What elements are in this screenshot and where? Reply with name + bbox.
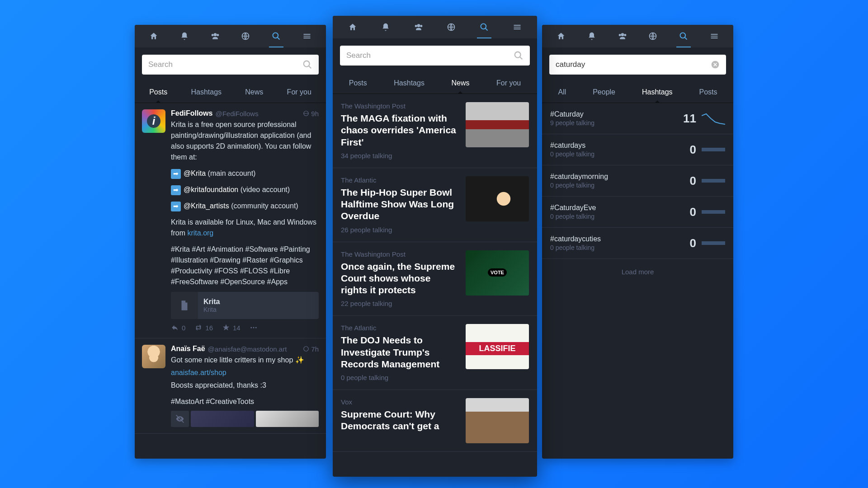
news-source: The Atlantic — [341, 176, 459, 184]
bell-icon[interactable] — [174, 25, 195, 47]
sensitive-toggle-icon[interactable] — [171, 411, 189, 427]
hashtag-count: 0 people talking — [550, 244, 690, 251]
tab-hashtags[interactable]: Hashtags — [388, 73, 430, 94]
globe-icon[interactable] — [642, 25, 664, 47]
tab-hashtags[interactable]: Hashtags — [637, 82, 678, 103]
tab-foryou[interactable]: For you — [491, 73, 526, 94]
author-name[interactable]: Anaïs Faë — [171, 345, 205, 353]
link-card[interactable]: Krita Krita — [171, 292, 319, 319]
tab-news[interactable]: News — [446, 73, 475, 94]
post-meta: 9h — [303, 110, 319, 117]
globe-icon[interactable] — [235, 25, 256, 47]
svg-point-1 — [273, 33, 278, 38]
search-icon[interactable] — [265, 25, 287, 47]
search-field[interactable] — [148, 60, 302, 69]
hashtag-item[interactable]: #caturdaycuties0 people talking 0 — [542, 228, 733, 259]
hashtag-item[interactable]: #CaturdayEve0 people talking 0 — [542, 197, 733, 228]
home-icon[interactable] — [550, 25, 572, 47]
search-field[interactable] — [346, 51, 514, 60]
news-item[interactable]: The Washington Post The MAGA fixation wi… — [333, 94, 537, 168]
news-count: 34 people talking — [341, 152, 459, 160]
post-meta: 7h — [303, 345, 319, 353]
hashtag-name: #caturdaymorning — [550, 173, 690, 181]
boost-button[interactable]: 16 — [194, 324, 213, 332]
author-name[interactable]: FediFollows — [171, 109, 212, 117]
post-text: Krita is available for Linux, Mac and Wi… — [171, 217, 319, 239]
author-handle[interactable]: @FediFollows — [215, 110, 258, 117]
sparkline-icon — [702, 237, 725, 249]
news-title: The DOJ Needs to Investigate Trump's Rec… — [341, 334, 459, 370]
avatar[interactable] — [142, 345, 165, 368]
group-icon[interactable] — [612, 25, 633, 47]
svg-point-10 — [515, 52, 521, 58]
post-hashtags[interactable]: #MastoArt #CreativeToots — [171, 396, 319, 407]
bell-icon[interactable] — [375, 16, 396, 38]
news-image — [466, 176, 529, 221]
group-icon[interactable] — [204, 25, 226, 47]
hashtag-item[interactable]: #caturdaymorning0 people talking 0 — [542, 165, 733, 197]
search-input[interactable] — [340, 46, 530, 66]
post[interactable]: Anaïs Faë @anaisfae@mastodon.art 7h Got … — [135, 338, 326, 434]
post-text: Krita is a free open source professional… — [171, 119, 319, 163]
news-source: The Washington Post — [341, 250, 459, 258]
favorite-button[interactable]: 14 — [222, 324, 241, 332]
link[interactable]: krita.org — [187, 229, 213, 237]
more-button[interactable] — [250, 324, 258, 332]
post[interactable]: FediFollows @FediFollows 9h Krita is a f… — [135, 103, 326, 338]
home-icon[interactable] — [342, 16, 363, 38]
media-thumb[interactable] — [191, 411, 254, 427]
tab-news[interactable]: News — [240, 82, 269, 103]
search-submit-icon[interactable] — [302, 60, 312, 70]
arrow-icon — [171, 169, 181, 179]
search-input[interactable] — [142, 55, 319, 75]
top-nav — [333, 16, 537, 38]
search-field[interactable] — [556, 60, 711, 69]
bell-icon[interactable] — [581, 25, 603, 47]
search-icon[interactable] — [673, 25, 694, 47]
hashtag-item[interactable]: #Caturday9 people talking 11 — [542, 103, 733, 134]
avatar[interactable] — [142, 109, 165, 133]
svg-point-12 — [680, 33, 686, 38]
tab-all[interactable]: All — [552, 82, 571, 103]
hashtag-name: #Caturday — [550, 110, 683, 118]
home-icon[interactable] — [143, 25, 165, 47]
tab-posts[interactable]: Posts — [693, 82, 722, 103]
menu-icon[interactable] — [703, 25, 725, 47]
search-tabs: Posts Hashtags News For you — [333, 73, 537, 94]
load-more-button[interactable]: Load more — [542, 259, 733, 285]
news-item[interactable]: The Atlantic The DOJ Needs to Investigat… — [333, 316, 537, 390]
hashtag-name: #CaturdayEve — [550, 204, 690, 212]
news-item[interactable]: Vox Supreme Court: Why Democrats can't g… — [333, 390, 537, 452]
author-handle[interactable]: @anaisfae@mastodon.art — [208, 345, 287, 353]
globe-icon[interactable] — [440, 16, 462, 38]
post-hashtags[interactable]: #Krita #Art #Animation #Software #Painti… — [171, 244, 319, 287]
tab-people[interactable]: People — [587, 82, 621, 103]
tab-hashtags[interactable]: Hashtags — [185, 82, 227, 103]
svg-point-7 — [304, 347, 309, 352]
hashtag-name: #caturdaycuties — [550, 235, 690, 243]
hashtag-count: 0 people talking — [550, 213, 690, 220]
news-item[interactable]: The Atlantic The Hip-Hop Super Bowl Half… — [333, 168, 537, 242]
svg-point-9 — [481, 24, 486, 29]
news-title: The Hip-Hop Super Bowl Halftime Show Was… — [341, 187, 459, 222]
search-icon[interactable] — [473, 16, 495, 38]
search-submit-icon[interactable] — [514, 51, 524, 61]
news-title: Once again, the Supreme Court shows whos… — [341, 261, 459, 296]
tab-posts[interactable]: Posts — [344, 73, 373, 94]
tab-posts[interactable]: Posts — [144, 82, 173, 103]
link[interactable]: anaisfae.art/shop — [171, 369, 226, 376]
reply-button[interactable]: 0 — [171, 324, 185, 332]
hashtag-item[interactable]: #caturdays0 people talking 0 — [542, 134, 733, 165]
tab-foryou[interactable]: For you — [282, 82, 317, 103]
clear-icon[interactable] — [711, 60, 720, 69]
menu-icon[interactable] — [506, 16, 528, 38]
svg-point-5 — [253, 327, 254, 328]
news-item[interactable]: The Washington Post Once again, the Supr… — [333, 242, 537, 316]
news-source: The Atlantic — [341, 324, 459, 332]
menu-icon[interactable] — [296, 25, 318, 47]
search-input[interactable] — [549, 55, 726, 75]
hashtag-number: 11 — [683, 112, 696, 126]
group-icon[interactable] — [408, 16, 429, 38]
news-source: The Washington Post — [341, 102, 459, 110]
media-thumb[interactable] — [256, 411, 319, 427]
